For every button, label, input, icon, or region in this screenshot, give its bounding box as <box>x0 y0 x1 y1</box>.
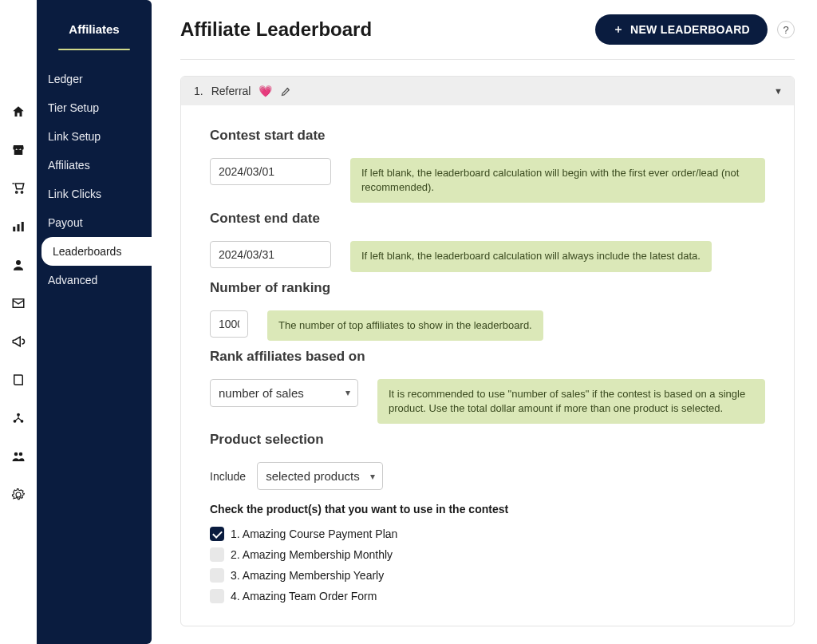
plus-icon: ＋ <box>613 22 624 37</box>
sidebar-item-affiliates[interactable]: Affiliates <box>37 151 152 180</box>
heart-icon: 💗 <box>259 85 272 97</box>
end-date-hint: If left blank, the leaderboard calculati… <box>350 241 712 271</box>
product-label-1: 1. Amazing Course Payment Plan <box>231 527 397 540</box>
home-icon[interactable] <box>10 104 26 120</box>
panel-header[interactable]: 1. Referral 💗 ▼ <box>181 77 794 105</box>
panel-name: Referral <box>211 85 251 97</box>
mail-icon[interactable] <box>10 295 26 311</box>
gear-icon[interactable] <box>10 487 26 503</box>
rank-count-input[interactable] <box>210 310 248 338</box>
rank-basis-select[interactable]: number of sales <box>210 379 358 407</box>
leaderboard-panel: 1. Referral 💗 ▼ Contest start date If le… <box>180 76 795 626</box>
user-icon[interactable] <box>10 257 26 273</box>
start-date-input[interactable] <box>210 158 331 185</box>
store-icon[interactable] <box>10 142 26 158</box>
megaphone-icon[interactable] <box>10 334 26 350</box>
product-checkbox-4[interactable] <box>210 589 224 603</box>
sidebar-item-leaderboards[interactable]: Leaderboards <box>41 237 152 266</box>
cart-icon[interactable] <box>10 180 26 196</box>
svg-rect-2 <box>22 222 24 231</box>
page-title: Affiliate Leaderboard <box>180 18 372 41</box>
sidebar-divider <box>58 49 130 50</box>
icon-rail <box>0 0 37 644</box>
sidebar-item-link-clicks[interactable]: Link Clicks <box>37 180 152 208</box>
svg-point-4 <box>17 413 20 417</box>
product-checkbox-1[interactable] <box>210 527 224 541</box>
sidebar-item-tier-setup[interactable]: Tier Setup <box>37 93 152 122</box>
help-button[interactable]: ? <box>777 21 795 38</box>
end-date-input[interactable] <box>210 241 331 268</box>
sidebar-title: Affiliates <box>37 0 152 49</box>
svg-point-3 <box>16 260 21 265</box>
svg-point-7 <box>14 452 18 456</box>
network-icon[interactable] <box>10 410 26 426</box>
svg-point-8 <box>19 452 23 456</box>
sidebar-item-advanced[interactable]: Advanced <box>37 266 152 294</box>
product-row-1: 1. Amazing Course Payment Plan <box>210 523 765 544</box>
users-icon[interactable] <box>10 448 26 464</box>
new-leaderboard-label: NEW LEADERBOARD <box>630 23 750 36</box>
sidebar: Affiliates Ledger Tier Setup Link Setup … <box>37 0 152 644</box>
book-icon[interactable] <box>10 372 26 388</box>
page-header: Affiliate Leaderboard ＋ NEW LEADERBOARD … <box>180 14 795 60</box>
product-label-2: 2. Amazing Membership Monthly <box>231 548 393 561</box>
edit-icon[interactable] <box>280 85 292 97</box>
product-row-3: 3. Amazing Membership Yearly <box>210 565 765 586</box>
sidebar-item-link-setup[interactable]: Link Setup <box>37 122 152 151</box>
product-checkbox-2[interactable] <box>210 547 224 562</box>
panel-index: 1. <box>194 85 203 97</box>
start-date-hint: If left blank, the leaderboard calculati… <box>350 158 765 203</box>
rank-basis-hint: It is recommended to use "number of sale… <box>377 379 765 424</box>
panel-body: Contest start date If left blank, the le… <box>181 105 794 626</box>
rank-basis-label: Rank affiliates based on <box>210 349 765 365</box>
rank-count-hint: The number of top affiliates to show in … <box>267 310 543 341</box>
product-selection-label: Product selection <box>210 432 765 448</box>
include-label: Include <box>210 470 246 483</box>
end-date-label: Contest end date <box>210 211 765 227</box>
new-leaderboard-button[interactable]: ＋ NEW LEADERBOARD <box>595 14 768 45</box>
analytics-icon[interactable] <box>10 219 26 235</box>
start-date-label: Contest start date <box>210 128 765 144</box>
product-label-4: 4. Amazing Team Order Form <box>231 590 377 603</box>
svg-rect-0 <box>13 227 15 231</box>
main-content: Affiliate Leaderboard ＋ NEW LEADERBOARD … <box>152 0 817 644</box>
sidebar-item-payout[interactable]: Payout <box>37 208 152 237</box>
product-label-3: 3. Amazing Membership Yearly <box>231 569 384 582</box>
product-row-4: 4. Amazing Team Order Form <box>210 586 765 606</box>
product-checkbox-3[interactable] <box>210 568 224 583</box>
include-select[interactable]: selected products <box>257 462 383 490</box>
chevron-down-icon[interactable]: ▼ <box>774 86 783 96</box>
svg-rect-1 <box>18 224 20 231</box>
product-row-2: 2. Amazing Membership Monthly <box>210 544 765 565</box>
sidebar-item-ledger[interactable]: Ledger <box>37 65 152 93</box>
rank-count-label: Number of ranking <box>210 280 765 296</box>
product-check-instruction: Check the product(s) that you want to us… <box>210 503 765 516</box>
